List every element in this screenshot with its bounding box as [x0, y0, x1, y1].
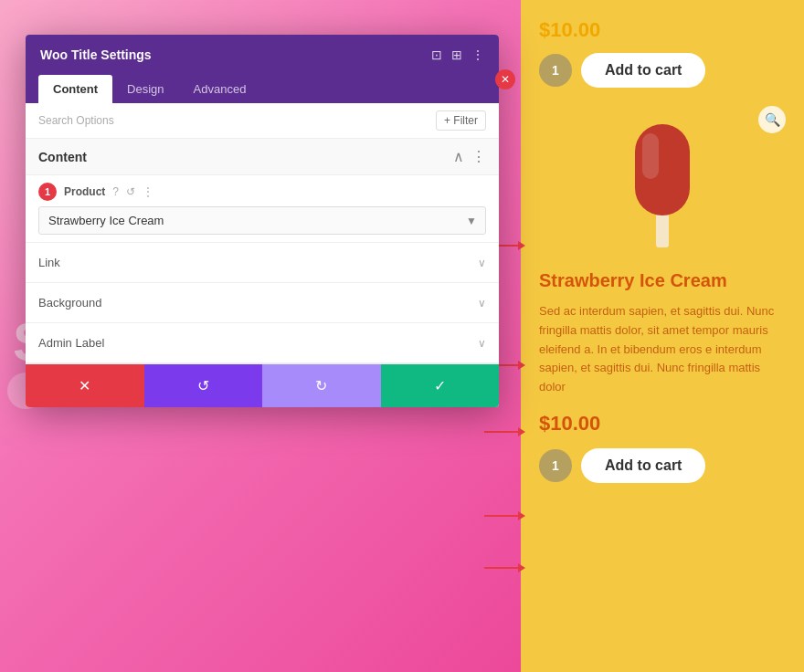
- product-number: 1: [38, 183, 57, 201]
- accordion-link: Link ∨: [26, 243, 499, 283]
- tab-advanced[interactable]: Advanced: [179, 75, 261, 103]
- modal-tabs: Content Design Advanced: [26, 75, 499, 103]
- add-to-cart-bottom-row: 1 Add to cart: [539, 448, 705, 483]
- accordion-link-label: Link: [38, 256, 60, 269]
- modal-dialog: Woo Title Settings ⊡ ⊞ ⋮ Content Design …: [26, 35, 499, 407]
- section-more-icon[interactable]: ⋮: [471, 148, 486, 165]
- redo-icon: ↻: [315, 377, 327, 394]
- accordion-background-chevron: ∨: [478, 297, 486, 310]
- accordion-background: Background ∨: [26, 283, 499, 323]
- accordion-admin-label-label: Admin Label: [38, 336, 104, 350]
- modal-header-icons: ⊡ ⊞ ⋮: [431, 47, 484, 62]
- modal-header: Woo Title Settings ⊡ ⊞ ⋮: [26, 35, 499, 75]
- modal-title: Woo Title Settings: [40, 47, 152, 62]
- tab-design[interactable]: Design: [112, 75, 178, 103]
- price-bottom: $10.00: [539, 412, 600, 436]
- help-icon[interactable]: ?: [112, 185, 119, 198]
- arrow-price: [484, 511, 525, 520]
- add-to-cart-bottom-button[interactable]: Add to cart: [581, 448, 705, 483]
- modal-body: Search Options + Filter Content ∧ ⋮ 1 Pr…: [26, 103, 499, 363]
- reset-icon[interactable]: ↺: [126, 185, 135, 198]
- accordion-admin-label: Admin Label ∨: [26, 323, 499, 363]
- more-icon[interactable]: ⋮: [471, 47, 484, 62]
- product-row: 1 Product ? ↺ ⋮ Strawberry Ice Cream Cho…: [26, 175, 499, 243]
- search-options-bar: Search Options + Filter: [26, 103, 499, 139]
- accordion-link-header[interactable]: Link ∨: [26, 243, 499, 282]
- columns-icon[interactable]: ⊞: [451, 47, 462, 62]
- arrow-desc: [484, 427, 525, 436]
- modal-footer: ✕ ↺ ↻ ✓: [26, 363, 499, 407]
- popsicle-image: [617, 106, 708, 252]
- cancel-button[interactable]: ✕: [26, 364, 144, 407]
- search-options-text[interactable]: Search Options: [38, 114, 114, 127]
- save-icon: ✓: [434, 377, 446, 394]
- price-top: $10.00: [539, 18, 600, 42]
- qty-badge-bottom: 1: [539, 449, 572, 482]
- cancel-icon: ✕: [79, 377, 90, 394]
- svg-rect-2: [642, 133, 659, 179]
- accordion-background-label: Background: [38, 296, 101, 310]
- product-label-row: 1 Product ? ↺ ⋮: [38, 183, 486, 201]
- content-section-header: Content ∧ ⋮: [26, 139, 499, 175]
- arrow-qty: [484, 563, 525, 572]
- zoom-icon[interactable]: 🔍: [758, 106, 786, 133]
- product-image-container: 🔍: [539, 106, 786, 252]
- redo-button[interactable]: ↻: [262, 364, 381, 407]
- accordion-admin-label-header[interactable]: Admin Label ∨: [26, 323, 499, 362]
- section-header-icons: ∧ ⋮: [453, 148, 486, 165]
- product-desc: Sed ac interdum sapien, et sagittis dui.…: [539, 302, 786, 397]
- product-label: Product: [64, 185, 105, 198]
- add-to-cart-top-button[interactable]: Add to cart: [581, 53, 705, 88]
- qty-badge-top: 1: [539, 54, 572, 87]
- product-panel: $10.00 1 Add to cart 🔍 Strawberry Ice Cr…: [521, 0, 804, 672]
- product-more-icon[interactable]: ⋮: [143, 185, 153, 198]
- undo-icon: ↺: [197, 377, 209, 394]
- tab-content[interactable]: Content: [38, 75, 112, 103]
- modal-close-button[interactable]: ✕: [495, 69, 515, 89]
- filter-button[interactable]: + Filter: [436, 110, 486, 131]
- accordion-admin-label-chevron: ∨: [478, 337, 486, 350]
- save-button[interactable]: ✓: [381, 364, 500, 407]
- collapse-icon[interactable]: ∧: [453, 148, 464, 165]
- content-section-title: Content: [38, 150, 87, 164]
- product-select-wrapper: Strawberry Ice Cream Chocolate Ice Cream…: [38, 206, 486, 235]
- accordion-background-header[interactable]: Background ∨: [26, 283, 499, 322]
- product-select[interactable]: Strawberry Ice Cream Chocolate Ice Cream…: [38, 206, 486, 235]
- add-to-cart-top-row: 1 Add to cart: [539, 53, 705, 88]
- svg-rect-0: [656, 211, 669, 247]
- undo-button[interactable]: ↺: [144, 364, 263, 407]
- product-title: Strawberry Ice Cream: [539, 270, 727, 291]
- accordion-link-chevron: ∨: [478, 257, 486, 269]
- maximize-icon[interactable]: ⊡: [431, 47, 442, 62]
